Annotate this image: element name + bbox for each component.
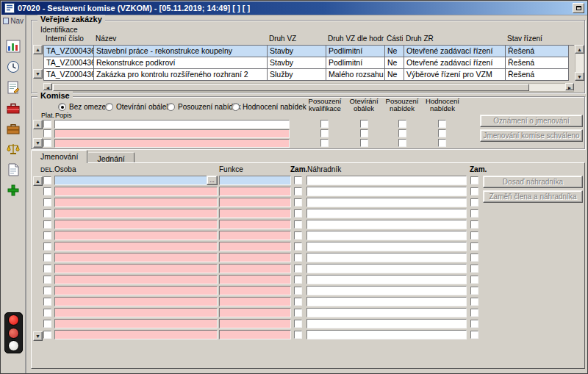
osoba-field[interactable]: [54, 330, 218, 339]
popis-field[interactable]: [54, 139, 290, 148]
title-bar[interactable]: 07020 - Sestavení komise (VZKOM) - [05.1…: [1, 1, 587, 15]
otevirani-obalek-checkbox[interactable]: [360, 120, 368, 128]
osoba-field[interactable]: [54, 220, 218, 229]
funkce-field[interactable]: [219, 286, 291, 295]
osoba-field[interactable]: [54, 209, 218, 218]
osoba-field[interactable]: [54, 319, 218, 328]
osoba-field[interactable]: [54, 198, 218, 207]
zam-nahradnik-checkbox[interactable]: [470, 187, 478, 195]
hodnoceni-nabidek-checkbox[interactable]: [438, 139, 446, 147]
zam-checkbox[interactable]: [294, 309, 302, 317]
nahradnik-field[interactable]: [306, 253, 467, 262]
nahradnik-field[interactable]: [306, 275, 467, 284]
osoba-lov-button[interactable]: ...: [207, 176, 218, 185]
zam-nahradnik-checkbox[interactable]: [470, 231, 478, 240]
vz-horizontal-scrollbar[interactable]: ◄ ►: [43, 83, 574, 92]
hodnoceni-nabidek-checkbox[interactable]: [438, 129, 446, 137]
jmenovani-komise-schvaleno-button[interactable]: Jmenování komise schváleno: [480, 129, 583, 142]
funkce-field[interactable]: [219, 231, 291, 240]
osoba-field[interactable]: [54, 242, 218, 251]
zam-nahradnik-checkbox[interactable]: [470, 253, 478, 262]
vz-table-row[interactable]: TA_VZ0004366 Rekonstrukce podkroví Stavb…: [44, 57, 574, 69]
zam-checkbox[interactable]: [294, 331, 302, 339]
zam-checkbox[interactable]: [294, 276, 302, 284]
briefcase-tool-button[interactable]: [4, 120, 23, 137]
posouzeni-kvalifikace-checkbox[interactable]: [320, 129, 329, 137]
zam-nahradnik-checkbox[interactable]: [470, 298, 478, 306]
document-tool-button[interactable]: [4, 161, 23, 179]
scroll-right-icon[interactable]: ►: [565, 83, 574, 90]
zam-checkbox[interactable]: [294, 242, 302, 251]
nahradnik-field[interactable]: [306, 264, 467, 273]
nav-header[interactable]: Nav: [1, 15, 25, 27]
radio-bez-omezeni[interactable]: Bez omezení: [58, 103, 112, 111]
zam-checkbox[interactable]: [294, 231, 302, 240]
del-checkbox[interactable]: [43, 220, 51, 229]
popis-field[interactable]: [54, 120, 290, 129]
del-checkbox[interactable]: [43, 331, 51, 339]
funkce-field[interactable]: [219, 220, 291, 229]
zam-checkbox[interactable]: [294, 198, 302, 206]
traffic-light-button[interactable]: [4, 312, 23, 353]
scrollbar-thumb[interactable]: [53, 84, 529, 91]
dosad-nahradnika-button[interactable]: Dosaď náhradníka: [483, 176, 583, 188]
funkce-field[interactable]: [219, 319, 291, 328]
chart-tool-button[interactable]: [4, 37, 23, 55]
restore-button[interactable]: [573, 3, 584, 13]
radio-posouzeni-nabidek[interactable]: Posouzení nabídek: [167, 103, 241, 111]
zam-checkbox[interactable]: [294, 320, 302, 328]
komise-record-down-button[interactable]: ▼: [33, 138, 43, 148]
posouzeni-kvalifikace-checkbox[interactable]: [320, 120, 329, 128]
osoba-field[interactable]: [54, 253, 218, 262]
clock-tool-button[interactable]: [4, 58, 23, 76]
oznameni-o-jmenovani-button[interactable]: Oznámení o jmenování: [480, 115, 583, 127]
zam-nahradnik-checkbox[interactable]: [470, 198, 478, 206]
zam-checkbox[interactable]: [294, 298, 302, 306]
osoba-field[interactable]: [54, 275, 218, 284]
nahradnik-field[interactable]: [306, 330, 467, 339]
vz-record-down-button[interactable]: ▼: [33, 69, 43, 79]
osoba-field[interactable]: [54, 297, 218, 306]
nahradnik-field[interactable]: [306, 297, 467, 306]
nahradnik-field[interactable]: [306, 220, 467, 229]
del-checkbox[interactable]: [43, 209, 51, 217]
zam-nahradnik-checkbox[interactable]: [470, 287, 478, 295]
del-checkbox[interactable]: [43, 276, 51, 284]
radio-hodnoceni-nabidek[interactable]: Hodnocení nabídek: [232, 103, 306, 111]
del-checkbox[interactable]: [43, 265, 51, 273]
funkce-field[interactable]: [219, 308, 291, 317]
osoba-field[interactable]: [54, 176, 218, 185]
vz-table-row[interactable]: TA_VZ0004368 Stavební práce - rekonstruk…: [44, 46, 574, 57]
osoba-field[interactable]: [54, 286, 218, 295]
del-checkbox[interactable]: [43, 198, 51, 206]
popis-field[interactable]: [54, 129, 290, 138]
posouzeni-nabidek-checkbox[interactable]: [398, 129, 406, 137]
funkce-field[interactable]: [219, 242, 291, 251]
vz-vertical-scrollbar[interactable]: ▲ ▼: [575, 45, 584, 81]
nahradnik-field[interactable]: [306, 198, 467, 207]
osoba-field[interactable]: [54, 187, 218, 196]
radio-oteviani-obalek[interactable]: Otevírání obálek: [105, 103, 170, 111]
scroll-down-icon[interactable]: ▼: [575, 72, 584, 81]
osoba-field[interactable]: [54, 264, 218, 273]
notes-tool-button[interactable]: [4, 79, 23, 96]
posouzeni-nabidek-checkbox[interactable]: [398, 120, 406, 128]
zam-checkbox[interactable]: [294, 265, 302, 273]
funkce-field[interactable]: [219, 187, 291, 196]
plat-checkbox[interactable]: [43, 129, 51, 137]
zam-checkbox[interactable]: [294, 287, 302, 295]
zam-nahradnik-checkbox[interactable]: [470, 265, 478, 273]
osoba-field[interactable]: [54, 231, 218, 240]
funkce-field[interactable]: [219, 176, 291, 185]
hodnoceni-nabidek-checkbox[interactable]: [438, 120, 446, 128]
tab-jednani[interactable]: Jednání: [87, 152, 134, 163]
scroll-up-icon[interactable]: ▲: [575, 45, 584, 54]
zam-checkbox[interactable]: [294, 176, 302, 184]
scroll-left-icon[interactable]: ◄: [43, 83, 52, 90]
del-checkbox[interactable]: [43, 320, 51, 328]
nahradnik-field[interactable]: [306, 187, 467, 196]
nahradnik-field[interactable]: [306, 308, 467, 317]
zam-checkbox[interactable]: [294, 187, 302, 195]
vz-table-row[interactable]: TA_VZ0004363 Zakázka pro kontrolu rozšíř…: [44, 69, 574, 81]
funkce-field[interactable]: [219, 297, 291, 306]
